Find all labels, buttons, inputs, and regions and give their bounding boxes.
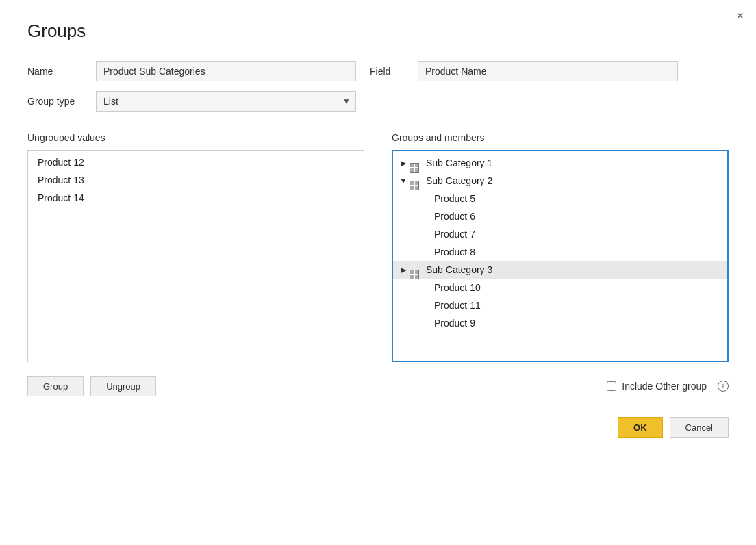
grid-icon [410,158,422,168]
group-type-row: Group type List Bin ▼ [27,91,729,112]
name-input[interactable] [96,61,356,81]
name-label: Name [27,66,82,77]
tree-category-2[interactable]: ▼ Sub Category 2 [393,172,727,190]
child-label: Product 10 [434,282,481,293]
grid-icon [410,176,422,186]
groups-title: Groups and members [392,132,729,143]
ungroup-button[interactable]: Ungroup [90,376,156,396]
child-label: Product 8 [434,246,475,257]
child-label: Product 7 [434,229,475,240]
name-field-row: Name Field [27,61,729,81]
group-button[interactable]: Group [27,376,84,396]
grid-icon [410,265,422,275]
tree-child-item[interactable]: Product 10 [393,279,727,296]
bottom-right: Include Other group i [607,381,729,392]
bottom-row: Group Ungroup Include Other group i [27,376,729,396]
tree-child-item[interactable]: Product 8 [393,243,727,261]
tree-child-item[interactable]: Product 7 [393,225,727,243]
ungrouped-panel: Ungrouped values Product 12 Product 13 P… [27,132,364,362]
tree-child-item[interactable]: Product 9 [393,314,727,332]
child-label: Product 5 [434,193,475,204]
group-type-select[interactable]: List Bin [96,91,356,112]
dialog-footer: OK Cancel [27,417,729,438]
group-type-wrapper: List Bin ▼ [96,91,356,112]
tree-category-1[interactable]: ▶ Sub Category 1 [393,154,727,172]
category-label: Sub Category 2 [426,175,492,186]
close-button[interactable]: × [736,10,744,22]
list-item[interactable]: Product 14 [28,189,364,207]
groups-dialog: × Groups Name Field Group type List Bin … [0,0,756,545]
info-icon: i [718,381,729,392]
include-other-label: Include Other group [622,381,707,392]
list-item[interactable]: Product 13 [28,171,364,189]
child-label: Product 6 [434,211,475,222]
tree-category-3[interactable]: ▶ Sub Category 3 [393,261,727,279]
groups-tree[interactable]: ▶ Sub Category 1 ▼ Sub Category 2 Produc… [392,150,729,362]
groups-panel: Groups and members ▶ Sub Category 1 ▼ [392,132,729,362]
category-label: Sub Category 3 [426,264,492,275]
expand-icon[interactable]: ▶ [399,159,408,168]
dialog-title: Groups [27,21,729,42]
tree-child-item[interactable]: Product 5 [393,190,727,207]
category-label: Sub Category 1 [426,157,492,168]
bottom-left-buttons: Group Ungroup [27,376,156,396]
field-input [418,61,678,81]
group-type-label: Group type [27,96,82,107]
expand-icon[interactable]: ▶ [399,266,408,275]
ungrouped-title: Ungrouped values [27,132,364,143]
tree-child-item[interactable]: Product 11 [393,296,727,314]
tree-child-item[interactable]: Product 6 [393,207,727,225]
cancel-button[interactable]: Cancel [670,417,729,438]
include-other-row[interactable]: Include Other group [607,381,707,392]
ungrouped-list[interactable]: Product 12 Product 13 Product 14 [27,150,364,362]
field-label: Field [370,66,404,77]
collapse-icon[interactable]: ▼ [399,177,408,185]
include-other-checkbox[interactable] [607,381,616,391]
panels-row: Ungrouped values Product 12 Product 13 P… [27,132,729,362]
ok-button[interactable]: OK [618,417,663,438]
child-label: Product 11 [434,300,481,311]
child-label: Product 9 [434,318,475,329]
list-item[interactable]: Product 12 [28,153,364,171]
